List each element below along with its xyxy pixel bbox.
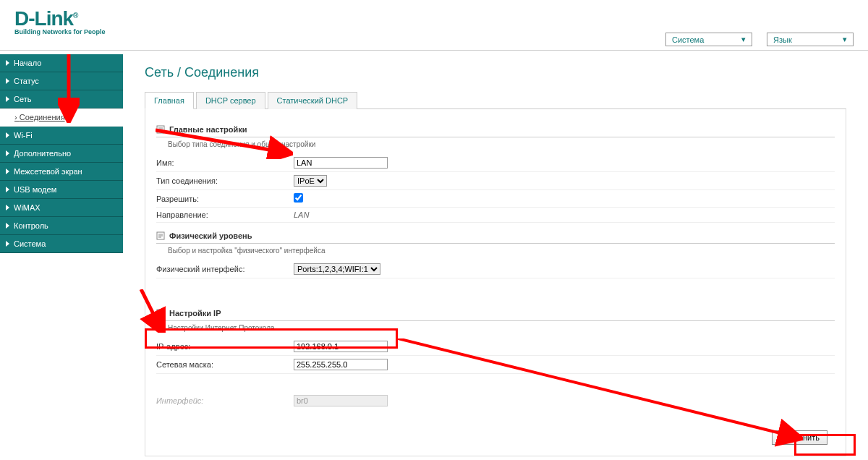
sidebar-item-home[interactable]: Начало (0, 54, 123, 72)
section-title-main: Главные настройки (169, 125, 247, 134)
label-ip: IP-адрес: (156, 342, 294, 351)
section-desc-phys: Выбор и настройка "физического" интерфей… (156, 244, 835, 260)
input-iface (294, 395, 388, 406)
sidebar: Начало Статус Сеть › Соединения Wi-Fi До… (0, 51, 123, 460)
bullet-icon (6, 150, 9, 156)
top-menu-language-label: Язык (773, 35, 792, 44)
select-phys-iface[interactable]: Ports:1,2,3,4;WIFI:1 (294, 263, 380, 275)
bullet-icon (6, 60, 9, 66)
chevron-down-icon: ▾ (843, 35, 847, 44)
input-mask[interactable] (294, 359, 388, 370)
label-allow: Разрешить: (156, 195, 294, 203)
logo-brand: D-Link (14, 7, 73, 30)
page-icon (156, 231, 165, 240)
sidebar-item-label: Дополнительно (14, 149, 71, 158)
value-direction: LAN (294, 210, 309, 219)
label-mask: Сетевая маска: (156, 360, 294, 369)
bullet-icon (6, 96, 9, 102)
sidebar-item-control[interactable]: Контроль (0, 217, 123, 235)
sidebar-item-label: USB модем (14, 185, 56, 194)
section-desc-ip: Настройки Интернет Протокола (156, 321, 835, 338)
chevron-down-icon: ▾ (741, 35, 746, 44)
label-direction: Направление: (156, 210, 294, 219)
sidebar-item-label: Статус (14, 77, 39, 85)
sidebar-item-status[interactable]: Статус (0, 72, 123, 90)
bullet-icon (6, 187, 9, 192)
select-type[interactable]: IPoE (294, 175, 327, 187)
bullet-icon (6, 169, 9, 174)
bullet-icon (6, 241, 9, 247)
tab-dhcp[interactable]: DHCP сервер (196, 92, 265, 109)
bullet-icon (6, 132, 9, 138)
top-menu-language[interactable]: Язык ▾ (767, 33, 854, 46)
breadcrumb-part: Сеть (145, 65, 174, 80)
breadcrumb: Сеть / Соединения (145, 65, 846, 80)
page-icon (156, 125, 165, 134)
save-button[interactable]: Сохранить (772, 430, 827, 445)
section-title-phys: Физический уровень (169, 231, 252, 240)
header-bar: D-Link® Building Networks for People Сис… (0, 0, 868, 51)
checkbox-allow[interactable] (294, 193, 303, 203)
sidebar-item-system[interactable]: Система (0, 235, 123, 253)
top-menu-system-label: Система (672, 35, 704, 44)
logo-slogan: Building Networks for People (14, 28, 106, 35)
sidebar-item-label: WiMAX (14, 203, 41, 212)
sidebar-sub-label: Соединения (20, 113, 65, 122)
breadcrumb-part: Соединения (184, 65, 259, 80)
sidebar-item-wimax[interactable]: WiMAX (0, 199, 123, 217)
label-iface: Интерфейс: (156, 396, 294, 405)
label-name: Имя: (156, 158, 294, 167)
logo: D-Link® Building Networks for People (14, 7, 106, 35)
sidebar-item-firewall[interactable]: Межсетевой экран (0, 163, 123, 181)
sidebar-item-network[interactable]: Сеть (0, 90, 123, 108)
sidebar-item-label: Контроль (14, 221, 48, 230)
sidebar-item-label: Межсетевой экран (14, 167, 82, 176)
breadcrumb-sep: / (174, 65, 184, 80)
main-panel: Главные настройки Выбор типа соединения … (145, 109, 846, 456)
sidebar-sub-connections[interactable]: › Соединения (0, 108, 123, 127)
sidebar-item-label: Система (14, 239, 46, 248)
section-desc-main: Выбор типа соединения и общие настройки (156, 137, 835, 154)
sidebar-item-advanced[interactable]: Дополнительно (0, 145, 123, 163)
sidebar-item-label: Wi-Fi (14, 131, 33, 140)
page-icon (156, 309, 165, 318)
tab-main[interactable]: Главная (145, 92, 194, 109)
tab-static-dhcp[interactable]: Статический DHCP (268, 92, 358, 109)
label-phys-iface: Физический интерфейс: (156, 265, 294, 273)
bullet-icon (6, 205, 9, 210)
sidebar-item-label: Начало (14, 59, 41, 67)
input-name[interactable] (294, 157, 388, 169)
bullet-icon (6, 223, 9, 229)
bullet-icon (6, 78, 9, 84)
section-title-ip: Настройки IP (169, 309, 221, 318)
sidebar-item-wifi[interactable]: Wi-Fi (0, 127, 123, 145)
top-menu-system[interactable]: Система ▾ (665, 33, 752, 46)
label-type: Тип соединения: (156, 176, 294, 185)
sidebar-item-label: Сеть (14, 95, 31, 103)
input-ip[interactable] (294, 341, 388, 352)
sidebar-item-usbmodem[interactable]: USB модем (0, 181, 123, 199)
